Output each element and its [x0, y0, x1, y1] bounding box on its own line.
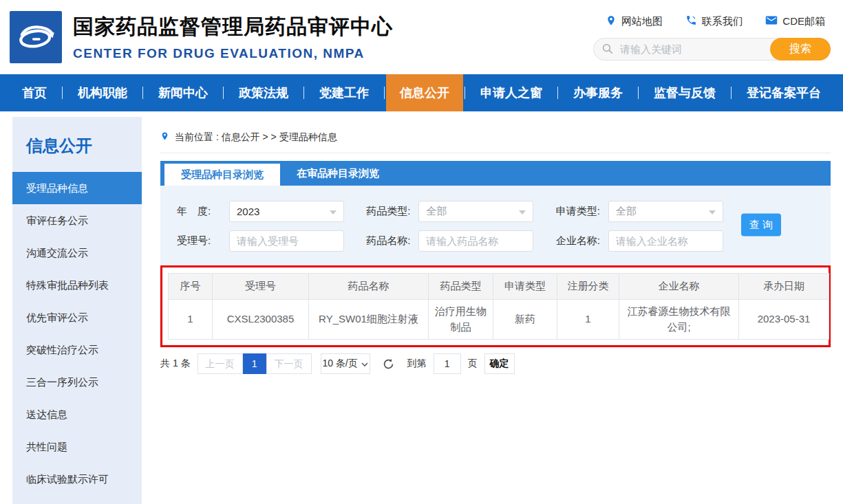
nav-divider: [384, 87, 385, 99]
site-subtitle: CENTER FOR DRUG EVALUATION, NMPA: [73, 46, 393, 61]
nav-divider: [638, 87, 639, 99]
chevron-down-icon: [330, 210, 337, 215]
col-header-acceptance-date: 承办日期: [739, 274, 829, 300]
nav-divider: [303, 87, 304, 99]
sidebar-item-special-approval[interactable]: 特殊审批品种列表: [12, 269, 142, 301]
year-label: 年 度:: [177, 205, 229, 218]
query-button[interactable]: 查 询: [741, 214, 781, 237]
mail-link[interactable]: CDE邮箱: [765, 14, 825, 29]
results-table: 序号 受理号 药品名称 药品类型 申请类型 注册分类 企业名称 承办日期 1 C…: [168, 273, 829, 340]
sidebar-item-review-tasks[interactable]: 审评任务公示: [12, 204, 142, 237]
col-header-acceptance-no: 受理号: [213, 274, 309, 300]
sidebar-item-accepted-varieties[interactable]: 受理品种信息: [12, 172, 142, 204]
nav-item-party[interactable]: 党建工作: [306, 74, 383, 111]
nav-item-home[interactable]: 首页: [8, 74, 61, 111]
acceptance-no-label: 受理号:: [177, 234, 229, 248]
page-unit-label: 页: [468, 358, 478, 370]
utility-links: 网站地图 联系我们 CDE邮箱: [593, 14, 831, 29]
sidebar-item-clinical-trial-license[interactable]: 临床试验默示许可: [12, 463, 142, 495]
nav-item-news[interactable]: 新闻中心: [145, 74, 222, 111]
application-type-select[interactable]: 全部: [608, 201, 723, 222]
tab-under-review-catalog[interactable]: 在审品种目录浏览: [280, 161, 396, 186]
goto-page-input[interactable]: [434, 353, 461, 374]
nav-item-supervision[interactable]: 监督与反馈: [640, 74, 729, 111]
chevron-down-icon: [519, 210, 526, 215]
primary-nav: 首页 机构职能 新闻中心 政策法规 党建工作 信息公开 申请人之窗 办事服务 监…: [0, 74, 843, 111]
drug-type-label: 药品类型:: [366, 205, 418, 218]
drug-name-input[interactable]: [418, 230, 533, 252]
col-header-registration-class: 注册分类: [557, 274, 619, 300]
prev-page-button[interactable]: 上一页: [198, 353, 243, 374]
col-header-index: 序号: [169, 274, 213, 300]
page-number-button[interactable]: 1: [243, 353, 266, 374]
cde-fish-icon: [14, 14, 58, 61]
drug-name-label: 药品名称:: [366, 234, 418, 248]
cell-drug-type: 治疗用生物制品: [429, 300, 493, 340]
mail-icon: [765, 15, 778, 28]
next-page-button[interactable]: 下一页: [266, 353, 312, 374]
acceptance-no-input[interactable]: [229, 230, 344, 252]
sidebar: 信息公开 受理品种信息 审评任务公示 沟通交流公示 特殊审批品种列表 优先审评公…: [12, 117, 142, 504]
drug-type-select[interactable]: 全部: [418, 201, 533, 222]
col-header-drug-type: 药品类型: [429, 274, 493, 300]
cell-acceptance-no: CXSL2300385: [213, 300, 309, 340]
cell-application-type: 新药: [493, 300, 557, 340]
nav-divider: [223, 87, 224, 99]
cde-logo: [10, 11, 62, 63]
tab-accepted-catalog[interactable]: 受理品种目录浏览: [164, 164, 280, 186]
contact-link[interactable]: 联系我们: [685, 14, 743, 29]
company-name-input[interactable]: [608, 230, 723, 252]
sidebar-item-priority-review[interactable]: 优先审评公示: [12, 301, 142, 333]
year-select[interactable]: 2023: [229, 201, 344, 222]
nav-item-policies[interactable]: 政策法规: [225, 74, 302, 111]
total-count-label: 共 1 条: [160, 358, 191, 370]
nav-divider: [731, 87, 732, 99]
nav-item-applicant-window[interactable]: 申请人之窗: [467, 74, 556, 111]
col-header-company-name: 企业名称: [619, 274, 739, 300]
breadcrumb-pin-icon: [160, 131, 169, 144]
sidebar-item-common-issues[interactable]: 共性问题: [12, 430, 142, 463]
search-button[interactable]: 搜索: [770, 38, 831, 61]
col-header-application-type: 申请类型: [493, 274, 557, 300]
col-header-drug-name: 药品名称: [309, 274, 429, 300]
application-type-label: 申请类型:: [556, 205, 608, 218]
site-header: 国家药品监督管理局药品审评中心 CENTER FOR DRUG EVALUATI…: [0, 0, 843, 74]
confirm-button[interactable]: 确定: [484, 353, 515, 374]
breadcrumb-text: 当前位置 : 信息公开 > > 受理品种信息: [175, 131, 337, 144]
sidebar-item-communication[interactable]: 沟通交流公示: [12, 237, 142, 269]
site-search: 搜索: [593, 38, 831, 61]
page-size-select[interactable]: 10 条/页: [321, 353, 370, 374]
sitemap-link[interactable]: 网站地图: [606, 14, 663, 29]
chevron-down-icon: [709, 210, 716, 215]
location-pin-icon: [606, 14, 617, 29]
cell-drug-name: RY_SW01细胞注射液: [309, 300, 429, 340]
table-row: 1 CXSL2300385 RY_SW01细胞注射液 治疗用生物制品 新药 1 …: [169, 300, 829, 340]
nav-item-services[interactable]: 办事服务: [559, 74, 637, 111]
catalog-tabs: 受理品种目录浏览 在审品种目录浏览: [160, 161, 831, 186]
nav-item-registration-platform[interactable]: 登记备案平台: [733, 74, 835, 111]
sidebar-item-three-in-one[interactable]: 三合一序列公示: [12, 366, 142, 398]
nav-divider: [557, 87, 558, 99]
nav-item-functions[interactable]: 机构职能: [64, 74, 141, 111]
company-name-label: 企业名称:: [556, 234, 608, 248]
phone-icon: [685, 14, 697, 28]
results-table-highlight: 序号 受理号 药品名称 药品类型 申请类型 注册分类 企业名称 承办日期 1 C…: [160, 265, 831, 347]
site-title: 国家药品监督管理局药品审评中心: [73, 13, 393, 41]
chevron-down-icon: [361, 358, 368, 369]
sidebar-item-breakthrough-therapy[interactable]: 突破性治疗公示: [12, 333, 142, 366]
pagination: 共 1 条 上一页 1 下一页 10 条/页 到第 页 确定: [160, 353, 831, 374]
cell-index: 1: [169, 300, 213, 340]
breadcrumb: 当前位置 : 信息公开 > > 受理品种信息: [160, 111, 831, 153]
filter-panel: 年 度: 2023 药品类型: 全部 申请类型: 全部: [160, 186, 831, 264]
sidebar-item-delivery-info[interactable]: 送达信息: [12, 398, 142, 430]
table-header-row: 序号 受理号 药品名称 药品类型 申请类型 注册分类 企业名称 承办日期: [169, 274, 829, 300]
search-icon: [601, 43, 614, 58]
sidebar-title: 信息公开: [12, 135, 142, 157]
nav-item-info-disclosure[interactable]: 信息公开: [386, 74, 463, 111]
cell-registration-class: 1: [557, 300, 619, 340]
goto-page-label: 到第: [407, 358, 427, 370]
cell-acceptance-date: 2023-05-31: [739, 300, 829, 340]
refresh-icon[interactable]: [382, 358, 395, 371]
cell-company-name: 江苏睿源生物技术有限公司;: [619, 300, 739, 340]
nav-divider: [465, 87, 465, 99]
